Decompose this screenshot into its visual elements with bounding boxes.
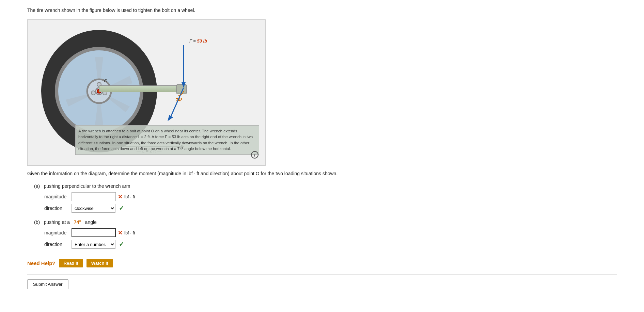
part-a-magnitude-input[interactable] <box>72 192 116 201</box>
page-wrapper: The tire wrench shown in the figure belo… <box>0 0 644 303</box>
part-b-identifier: (b) <box>34 219 40 225</box>
caption-text: A tire wrench is attached to a bolt at p… <box>78 129 253 151</box>
question-text-content: Given the information on the diagram, de… <box>27 171 337 176</box>
angle-label: 74° <box>176 97 183 102</box>
part-b-magnitude-input[interactable] <box>72 228 116 237</box>
part-b-direction-select[interactable]: Enter a number. clockwise counterclockwi… <box>72 240 115 249</box>
read-it-button[interactable]: Read It <box>59 259 83 267</box>
help-section: Need Help? Read It Watch It <box>27 259 617 267</box>
part-a-identifier: (a) <box>34 183 40 189</box>
figure-area: O F = 53 lb <box>27 19 617 166</box>
part-a-description: pushing perpendicular to the wrench arm <box>44 183 130 189</box>
svg-marker-14 <box>168 115 173 121</box>
part-a-x-icon: ✕ <box>118 194 122 200</box>
part-b-label: (b) pushing at a 74° angle <box>34 219 617 225</box>
part-b-description: pushing at a <box>44 219 70 225</box>
part-a-check-icon: ✓ <box>119 204 124 212</box>
svg-line-13 <box>170 88 184 118</box>
problem-statement: The tire wrench shown in the figure belo… <box>27 7 617 14</box>
part-b-direction-label: direction <box>44 242 72 247</box>
part-b-section: (b) pushing at a 74° angle magnitude ✕ l… <box>27 219 617 249</box>
part-b-desc-end: angle <box>85 219 97 225</box>
part-b-x-icon: ✕ <box>118 230 122 236</box>
part-b-angle: 74° <box>74 219 81 225</box>
svg-marker-12 <box>182 82 186 88</box>
figure-container: O F = 53 lb <box>27 19 266 166</box>
part-b-direction-row: direction Enter a number. clockwise coun… <box>34 240 617 249</box>
submit-section: Submit Answer <box>27 274 617 289</box>
part-a-section: (a) pushing perpendicular to the wrench … <box>27 183 617 213</box>
watch-it-button[interactable]: Watch It <box>87 259 113 267</box>
part-a-direction-label: direction <box>44 206 72 211</box>
submit-button[interactable]: Submit Answer <box>27 279 68 289</box>
part-a-unit: lbf · ft <box>124 194 135 199</box>
part-b-magnitude-row: magnitude ✕ lbf · ft <box>34 228 617 237</box>
part-a-magnitude-row: magnitude ✕ lbf · ft <box>34 192 617 201</box>
part-a-magnitude-label: magnitude <box>44 194 72 199</box>
question-text: Given the information on the diagram, de… <box>27 170 617 177</box>
need-help-label: Need Help? <box>27 260 56 266</box>
statement-text: The tire wrench shown in the figure belo… <box>27 7 195 13</box>
part-b-check-icon: ✓ <box>119 241 124 248</box>
figure-caption: A tire wrench is attached to a bolt at p… <box>75 125 259 155</box>
part-a-direction-row: direction clockwise counterclockwise ✓ <box>34 204 617 213</box>
part-b-magnitude-label: magnitude <box>44 230 72 235</box>
part-a-direction-select[interactable]: clockwise counterclockwise <box>72 204 115 213</box>
info-icon[interactable]: i <box>251 151 258 159</box>
part-a-label: (a) pushing perpendicular to the wrench … <box>34 183 617 189</box>
part-b-unit: lbf · ft <box>124 230 135 235</box>
